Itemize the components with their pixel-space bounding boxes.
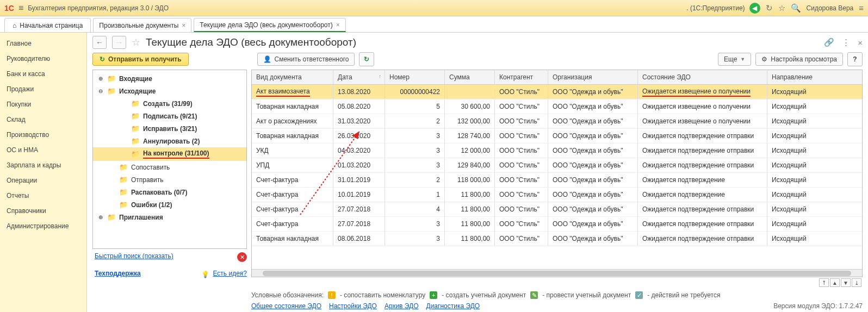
table-row[interactable]: УКД04.03.2020312 000,00ООО "Стиль"ООО "О… (252, 143, 862, 158)
col-date[interactable]: Дата↑ (333, 70, 385, 84)
nav-back-button[interactable]: ← (92, 36, 107, 49)
sidebar-item-1[interactable]: Руководителю (0, 51, 86, 66)
tree-node-10[interactable]: 📁Ошибки (1/2) (93, 198, 246, 211)
tab-close-icon[interactable]: × (336, 21, 340, 29)
notification-icon[interactable]: ◀ (749, 3, 760, 14)
table-row[interactable]: Счет-фактура31.01.20192118 000,00ООО "Ст… (252, 173, 862, 188)
cell: Ожидается подтверждение (638, 173, 767, 187)
table-row[interactable]: Товарная накладная05.08.2020530 600,00ОО… (252, 99, 862, 114)
sidebar-item-4[interactable]: Покупки (0, 97, 86, 112)
sidebar-item-2[interactable]: Банк и касса (0, 66, 86, 82)
sidebar-item-8[interactable]: Зарплата и кадры (0, 158, 86, 173)
grid-up-button[interactable]: ▲ (830, 278, 840, 287)
table-row[interactable]: Акт взаимозачета13.08.202000000000422ООО… (252, 85, 862, 99)
table-row[interactable]: Счет-фактура10.01.2019111 800,00ООО "Сти… (252, 188, 862, 202)
help-button[interactable]: ? (847, 52, 863, 66)
tree-node-6[interactable]: 📁На контроле (31/100) (93, 147, 246, 161)
toolbar: ↻ Отправить и получить 👤 Сменить ответст… (92, 52, 863, 66)
col-counterparty[interactable]: Контрагент (495, 70, 548, 84)
expand-icon[interactable]: ⊕ (97, 76, 104, 82)
sidebar-item-3[interactable]: Продажи (0, 82, 86, 97)
table-row[interactable]: Счет-фактура27.07.2018411 800,00ООО "Сти… (252, 202, 862, 217)
cell: 129 840,00 (445, 158, 495, 172)
tree-node-8[interactable]: 📁Отправить (93, 173, 246, 186)
tree-node-7[interactable]: 📁Сопоставить (93, 161, 246, 173)
col-state[interactable]: Состояние ЭДО (638, 70, 767, 84)
horizontal-scrollbar[interactable] (252, 269, 862, 277)
col-sum[interactable]: Сумма (445, 70, 495, 84)
expand-icon[interactable]: ⊕ (97, 214, 104, 220)
table-row[interactable]: Товарная накладная26.03.20203128 740,00О… (252, 129, 862, 143)
cell: Исходящий (767, 173, 822, 187)
star-icon[interactable]: ☆ (132, 36, 140, 48)
table-row[interactable]: Счет-фактура27.07.2018311 800,00ООО "Сти… (252, 217, 862, 232)
sidebar-item-5[interactable]: Склад (0, 112, 86, 127)
grid-first-button[interactable]: ⤒ (819, 278, 829, 287)
tab-home[interactable]: ⌂ Начальная страница (4, 18, 91, 32)
grid-down-button[interactable]: ▼ (841, 278, 851, 287)
sidebar-item-9[interactable]: Операции (0, 173, 86, 188)
history-icon[interactable]: ↻ (766, 3, 773, 13)
sidebar-item-7[interactable]: ОС и НМА (0, 142, 86, 158)
tree-node-11[interactable]: ⊕📁Приглашения (93, 211, 246, 223)
favorite-star-icon[interactable]: ☆ (778, 3, 785, 13)
cell: Ожидается извещение о получении (638, 85, 767, 100)
tree-node-5[interactable]: 📁Аннулировать (2) (93, 135, 246, 147)
tab-0[interactable]: Произвольные документы× (93, 18, 191, 32)
tree-node-1[interactable]: ⊖📁Исходящие (93, 85, 246, 97)
sidebar-item-11[interactable]: Справочники (0, 203, 86, 219)
view-settings-button[interactable]: ⚙ Настройка просмотра (755, 53, 843, 66)
nav-forward-button[interactable]: → (112, 36, 126, 49)
col-number[interactable]: Номер (385, 70, 445, 84)
link-icon[interactable]: 🔗 (824, 38, 834, 47)
tab-row: ⌂ Начальная страница Произвольные докуме… (0, 16, 868, 33)
settings-lines-icon[interactable]: ≡ (859, 3, 864, 13)
grid-last-button[interactable]: ⤓ (852, 278, 861, 287)
search-icon[interactable]: 🔍 (791, 3, 801, 13)
table-row[interactable]: Акт о расхождениях31.03.20202132 000,00О… (252, 114, 862, 129)
tree-node-9[interactable]: 📁Распаковать (0/7) (93, 186, 246, 198)
tree-node-0[interactable]: ⊕📁Входящие (93, 72, 246, 85)
support-link[interactable]: Техподдержка (95, 270, 141, 277)
sidebar-item-10[interactable]: Отчеты (0, 188, 86, 203)
close-icon[interactable]: ✕ (237, 252, 247, 262)
tree-node-4[interactable]: 📁Исправить (3/21) (93, 122, 246, 135)
more-vert-icon[interactable]: ⋮ (842, 38, 850, 47)
tab-close-icon[interactable]: × (182, 22, 185, 29)
sidebar: ГлавноеРуководителюБанк и кассаПродажиПо… (0, 33, 87, 312)
cell: ООО "Одежда и обувь" (548, 129, 638, 143)
cell: 27.07.2018 (333, 217, 385, 231)
footer-link-0[interactable]: Общее состояние ЭДО (251, 302, 321, 310)
send-receive-button[interactable]: ↻ Отправить и получить (92, 53, 189, 66)
col-organization[interactable]: Организация (548, 70, 638, 84)
gear-icon: ⚙ (761, 55, 767, 63)
tab-1[interactable]: Текущие дела ЭДО (весь документооборот)× (194, 18, 345, 32)
tree-node-3[interactable]: 📁Подписать (9/21) (93, 110, 246, 122)
chevron-down-icon: ▼ (740, 57, 745, 62)
cell: Исходящий (767, 99, 822, 114)
change-responsible-button[interactable]: 👤 Сменить ответственного (257, 53, 355, 66)
footer-link-3[interactable]: Диагностика ЭДО (426, 302, 480, 310)
menu-icon[interactable]: ≡ (18, 3, 23, 13)
footer-link-2[interactable]: Архив ЭДО (385, 302, 419, 310)
cell: ООО "Стиль" (495, 114, 548, 128)
table-row[interactable]: УПД01.03.20203129 840,00ООО "Стиль"ООО "… (252, 158, 862, 173)
tree-node-2[interactable]: 📁Создать (31/99) (93, 97, 246, 110)
cell: Исходящий (767, 217, 822, 231)
cell: ООО "Стиль" (495, 129, 548, 143)
quick-search-link[interactable]: Быстрый поиск (показать) (95, 252, 173, 260)
col-doc-type[interactable]: Вид документа (252, 70, 333, 84)
cell: 11 800,00 (445, 232, 495, 246)
more-button[interactable]: Еще ▼ (718, 53, 751, 66)
idea-link[interactable]: Есть идея? (213, 270, 247, 277)
refresh-list-button[interactable]: ↻ (359, 52, 374, 66)
footer-link-1[interactable]: Настройки ЭДО (329, 302, 377, 310)
cell: Ожидается подтверждение отправки (638, 129, 767, 143)
sidebar-item-12[interactable]: Администрирование (0, 219, 86, 234)
table-row[interactable]: Товарная накладная08.06.2018311 800,00ОО… (252, 232, 862, 246)
expand-icon[interactable]: ⊖ (97, 88, 104, 94)
close-page-icon[interactable]: × (858, 38, 863, 47)
sidebar-item-6[interactable]: Производство (0, 127, 86, 142)
sidebar-item-0[interactable]: Главное (0, 36, 86, 51)
col-direction[interactable]: Направление (767, 70, 822, 84)
